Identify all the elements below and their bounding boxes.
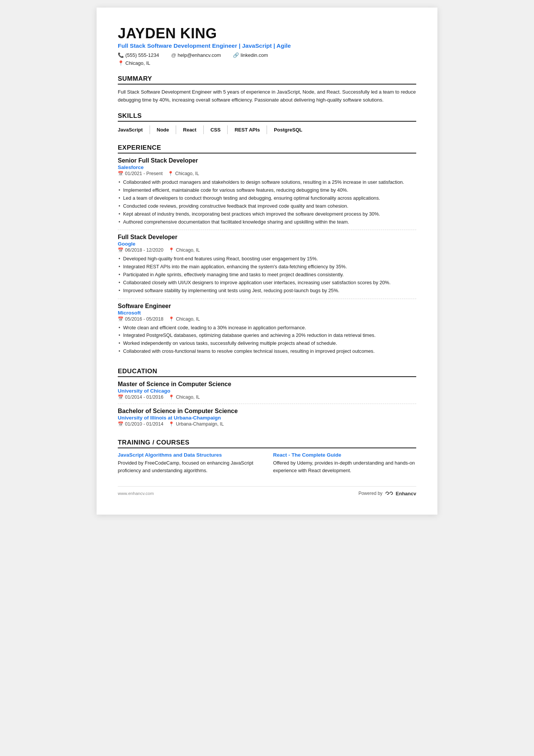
degree-title: Bachelor of Science in Computer Science (118, 408, 416, 415)
education-entry: Bachelor of Science in Computer Science … (118, 408, 416, 430)
school-name: University of Illinois at Urbana-Champai… (118, 415, 416, 421)
exp-location: 📍 Chicago, IL (169, 247, 200, 253)
date-range: 📅 05/2016 - 05/2018 (118, 316, 163, 322)
company-name: Microsoft (118, 310, 416, 316)
bullet-item: Integrated REST APIs into the main appli… (118, 263, 416, 271)
bullet-item: Conducted code reviews, providing constr… (118, 202, 416, 210)
phone-contact: 📞 (555) 555-1234 (118, 52, 159, 58)
training-entry: React - The Complete Guide Offered by Ud… (273, 452, 416, 474)
education-entry: Master of Science in Computer Science Un… (118, 381, 416, 404)
education-title: EDUCATION (118, 368, 416, 377)
edu-meta: 📅 01/2014 - 01/2016 📍 Chicago, IL (118, 394, 416, 400)
calendar-icon: 📅 (118, 171, 123, 176)
location-icon: 📍 (169, 316, 174, 322)
training-section: TRAINING / COURSES JavaScript Algorithms… (118, 439, 416, 474)
skill-item: Node (157, 125, 176, 134)
edu-date-range: 📅 01/2010 - 01/2014 (118, 421, 163, 427)
calendar-icon: 📅 (118, 247, 123, 253)
bullet-item: Led a team of developers to conduct thor… (118, 194, 416, 202)
training-description: Provided by FreeCodeCamp, focused on enh… (118, 459, 261, 474)
calendar-icon: 📅 (118, 316, 123, 322)
bullets-list: Wrote clean and efficient code, leading … (118, 324, 416, 355)
bullets-list: Collaborated with product managers and s… (118, 178, 416, 225)
summary-title: SUMMARY (118, 75, 416, 85)
bullets-list: Developed high-quality front-end feature… (118, 255, 416, 294)
phone-icon: 📞 (118, 52, 124, 58)
edu-location: 📍 Urbana-Champaign, IL (169, 421, 223, 427)
location-icon: 📍 (169, 394, 174, 400)
calendar-icon: 📅 (118, 421, 123, 427)
bullet-item: Implemented efficient, maintainable code… (118, 186, 416, 194)
exp-location: 📍 Chicago, IL (169, 316, 200, 322)
training-list: JavaScript Algorithms and Data Structure… (118, 452, 416, 474)
exp-location: 📍 Chicago, IL (168, 171, 199, 176)
calendar-icon: 📅 (118, 394, 123, 400)
date-range: 📅 06/2018 - 12/2020 (118, 247, 163, 253)
edu-location: 📍 Chicago, IL (169, 394, 200, 400)
header: JAYDEN KING Full Stack Software Developm… (118, 26, 416, 67)
bullet-item: Wrote clean and efficient code, leading … (118, 324, 416, 332)
training-entry: JavaScript Algorithms and Data Structure… (118, 452, 261, 474)
bullet-item: Integrated PostgreSQL databases, optimiz… (118, 332, 416, 339)
experience-entry: Full Stack Developer Google 📅 06/2018 - … (118, 234, 416, 299)
bullet-item: Participated in Agile sprints, effective… (118, 271, 416, 279)
summary-section: SUMMARY Full Stack Software Development … (118, 75, 416, 104)
phone-text: (555) 555-1234 (125, 52, 159, 58)
experience-list: Senior Full Stack Developer Salesforce 📅… (118, 157, 416, 359)
location-icon: 📍 (169, 247, 174, 253)
date-range: 📅 01/2021 - Present (118, 171, 162, 176)
company-name: Google (118, 241, 416, 247)
email-icon: @ (171, 52, 176, 58)
exp-meta: 📅 06/2018 - 12/2020 📍 Chicago, IL (118, 247, 416, 253)
exp-meta: 📅 01/2021 - Present 📍 Chicago, IL (118, 171, 416, 176)
edu-meta: 📅 01/2010 - 01/2014 📍 Urbana-Champaign, … (118, 421, 416, 427)
job-title: Senior Full Stack Developer (118, 157, 416, 164)
email-text: help@enhancv.com (178, 52, 221, 58)
candidate-name: JAYDEN KING (118, 26, 416, 42)
location-icon: 📍 (169, 421, 174, 427)
skills-title: SKILLS (118, 112, 416, 122)
link-icon: 🔗 (233, 52, 239, 58)
location-row: 📍 Chicago, IL (118, 60, 416, 67)
training-course-title: JavaScript Algorithms and Data Structure… (118, 452, 261, 458)
job-title: Full Stack Developer (118, 234, 416, 241)
skill-item: JavaScript (118, 125, 150, 134)
linkedin-text: linkedin.com (240, 52, 268, 58)
degree-title: Master of Science in Computer Science (118, 381, 416, 388)
skills-section: SKILLS JavaScriptNodeReactCSSREST APIsPo… (118, 112, 416, 136)
bullet-item: Collaborated with cross-functional teams… (118, 347, 416, 355)
candidate-title: Full Stack Software Development Engineer… (118, 42, 416, 49)
job-title: Software Engineer (118, 303, 416, 310)
contact-row: 📞 (555) 555-1234 @ help@enhancv.com 🔗 li… (118, 52, 416, 59)
resume-page: JAYDEN KING Full Stack Software Developm… (97, 8, 437, 515)
skill-item: PostgreSQL (274, 125, 309, 134)
footer-website: www.enhancv.com (118, 491, 154, 496)
summary-text: Full Stack Software Development Engineer… (118, 88, 416, 104)
skills-list: JavaScriptNodeReactCSSREST APIsPostgreSQ… (118, 125, 416, 136)
training-title: TRAINING / COURSES (118, 439, 416, 448)
bullet-item: Authored comprehensive documentation tha… (118, 218, 416, 226)
skill-item: REST APIs (234, 125, 267, 134)
education-section: EDUCATION Master of Science in Computer … (118, 368, 416, 430)
company-name: Salesforce (118, 164, 416, 170)
exp-meta: 📅 05/2016 - 05/2018 📍 Chicago, IL (118, 316, 416, 322)
bullet-item: Improved software stability by implement… (118, 287, 416, 294)
experience-entry: Senior Full Stack Developer Salesforce 📅… (118, 157, 416, 230)
experience-title: EXPERIENCE (118, 144, 416, 153)
bullet-item: Developed high-quality front-end feature… (118, 255, 416, 263)
footer: www.enhancv.com Powered by Enhancv (118, 486, 416, 496)
experience-entry: Software Engineer Microsoft 📅 05/2016 - … (118, 303, 416, 359)
training-description: Offered by Udemy, provides in-depth unde… (273, 459, 416, 474)
location-text: Chicago, IL (125, 60, 150, 66)
edu-date-range: 📅 01/2014 - 01/2016 (118, 394, 163, 400)
brand-name: Enhancv (396, 491, 416, 496)
bullet-item: Collaborated with product managers and s… (118, 178, 416, 186)
training-course-title: React - The Complete Guide (273, 452, 416, 458)
skill-item: CSS (211, 125, 228, 134)
bullet-item: Kept abreast of industry trends, incorpo… (118, 210, 416, 218)
bullet-item: Collaborated closely with UI/UX designer… (118, 279, 416, 286)
footer-brand: Powered by Enhancv (358, 490, 416, 496)
location-contact: 📍 Chicago, IL (118, 60, 150, 66)
powered-by-text: Powered by (358, 491, 382, 496)
email-contact: @ help@enhancv.com (171, 52, 221, 58)
